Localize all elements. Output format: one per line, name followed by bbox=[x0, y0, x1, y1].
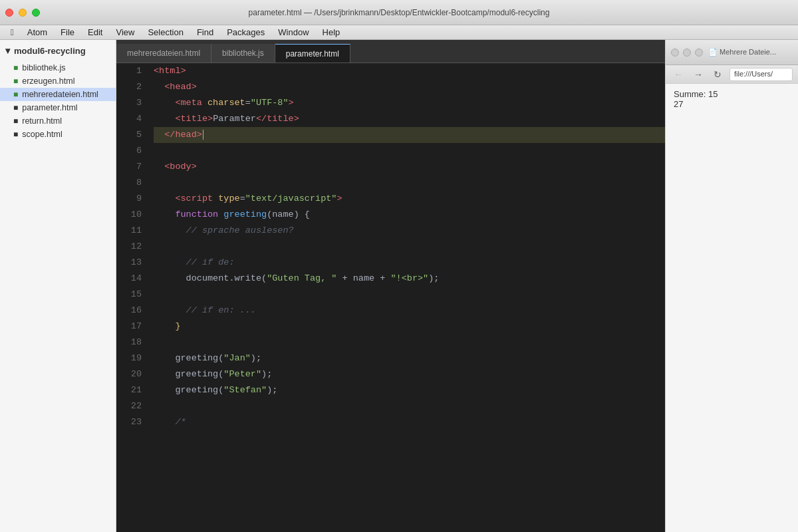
sidebar-file-label: mehreredateien.html bbox=[22, 90, 98, 99]
window-title: parameter.html — /Users/jbrinkmann/Deskt… bbox=[249, 8, 550, 17]
output-summe: Summe: 15 bbox=[674, 89, 790, 99]
right-panel: 📄 Mehrere Dateie... ← → ↻ file:///Users/… bbox=[665, 40, 798, 532]
file-icon-scope: ■ bbox=[13, 130, 18, 139]
menu-apple[interactable]:  bbox=[5, 26, 19, 39]
sidebar-item-parameter-html[interactable]: ■ parameter.html bbox=[0, 101, 116, 114]
code-line-19: greeting("Jan"); bbox=[154, 350, 665, 366]
code-line-15 bbox=[154, 287, 665, 303]
back-button[interactable]: ← bbox=[671, 69, 686, 80]
line-num-15: 15 bbox=[116, 287, 142, 303]
line-num-7: 7 bbox=[116, 159, 142, 175]
file-icon-return: ■ bbox=[13, 116, 18, 126]
right-panel-file-icon: 📄 Mehrere Dateie... bbox=[708, 48, 776, 57]
menu-atom[interactable]: Atom bbox=[22, 26, 53, 39]
right-minimize-btn[interactable] bbox=[683, 49, 691, 57]
tab-mehreredateien[interactable]: mehreredateien.html bbox=[116, 44, 211, 63]
file-icon-erzeugen: ■ bbox=[13, 76, 18, 86]
code-line-18 bbox=[154, 334, 665, 350]
line-num-6: 6 bbox=[116, 143, 142, 159]
file-icon-bibliothek: ■ bbox=[13, 63, 18, 72]
code-line-3: <meta charset="UTF-8"> bbox=[154, 95, 665, 111]
sidebar-folder-header: ▾ modul6-recycling bbox=[0, 43, 116, 59]
reload-button[interactable]: ↻ bbox=[711, 69, 724, 80]
sidebar-item-bibliothek-js[interactable]: ■ bibliothek.js bbox=[0, 61, 116, 74]
code-line-8 bbox=[154, 175, 665, 191]
right-close-btn[interactable] bbox=[671, 49, 679, 57]
menu-edit[interactable]: Edit bbox=[82, 26, 108, 39]
code-line-1: <html> bbox=[154, 63, 665, 79]
code-line-14: document.write("Guten Tag, " + name + "!… bbox=[154, 271, 665, 287]
forward-button[interactable]: → bbox=[691, 69, 706, 80]
sidebar-item-scope-html[interactable]: ■ scope.html bbox=[0, 128, 116, 141]
line-num-16: 16 bbox=[116, 303, 142, 319]
menu-find[interactable]: Find bbox=[192, 26, 219, 39]
sidebar-item-mehreredateien-html[interactable]: ■ mehreredateien.html bbox=[0, 88, 116, 101]
code-line-5: </head> bbox=[154, 127, 665, 143]
tab-parameter[interactable]: parameter.html bbox=[275, 44, 350, 63]
line-num-11: 11 bbox=[116, 223, 142, 239]
code-line-11: // sprache auslesen? bbox=[154, 223, 665, 239]
line-num-20: 20 bbox=[116, 366, 142, 382]
line-num-21: 21 bbox=[116, 382, 142, 398]
right-panel-nav: ← → ↻ file:///Users/ bbox=[666, 65, 798, 84]
file-icon-mehreredateien: ■ bbox=[13, 90, 18, 99]
line-num-5: 5 bbox=[116, 127, 142, 143]
code-line-7: <body> bbox=[154, 159, 665, 175]
menu-selection[interactable]: Selection bbox=[142, 26, 188, 39]
line-num-8: 8 bbox=[116, 175, 142, 191]
sidebar-item-return-html[interactable]: ■ return.html bbox=[0, 114, 116, 128]
folder-icon: ▾ bbox=[5, 45, 10, 56]
line-num-19: 19 bbox=[116, 350, 142, 366]
tab-bibliothek[interactable]: bibliothek.js bbox=[211, 44, 275, 63]
sidebar-file-label: return.html bbox=[22, 116, 62, 126]
maximize-button[interactable] bbox=[32, 9, 40, 17]
titlebar: parameter.html — /Users/jbrinkmann/Deskt… bbox=[0, 0, 798, 25]
code-line-2: <head> bbox=[154, 79, 665, 95]
sidebar-folder-name: modul6-recycling bbox=[14, 46, 86, 56]
line-num-9: 9 bbox=[116, 191, 142, 207]
minimize-button[interactable] bbox=[19, 9, 27, 17]
line-num-23: 23 bbox=[116, 414, 142, 430]
line-num-22: 22 bbox=[116, 398, 142, 414]
code-line-9: <script type="text/javascript"> bbox=[154, 191, 665, 207]
sidebar-item-erzeugen-html[interactable]: ■ erzeugen.html bbox=[0, 74, 116, 88]
line-num-3: 3 bbox=[116, 95, 142, 111]
code-editor[interactable]: 1 2 3 4 5 6 7 8 9 10 11 12 13 14 15 16 1… bbox=[116, 63, 665, 532]
file-icon-parameter: ■ bbox=[13, 103, 18, 112]
line-num-17: 17 bbox=[116, 319, 142, 334]
close-button[interactable] bbox=[5, 9, 13, 17]
sidebar-file-label: erzeugen.html bbox=[22, 76, 74, 86]
menu-file[interactable]: File bbox=[55, 26, 80, 39]
sidebar-file-label: bibliothek.js bbox=[22, 63, 65, 72]
code-content: <html> <head> <meta charset="UTF-8"> <ti… bbox=[148, 63, 665, 532]
sidebar-file-label: scope.html bbox=[22, 130, 62, 139]
menubar:  Atom File Edit View Selection Find Pac… bbox=[0, 25, 798, 40]
traffic-lights bbox=[5, 9, 40, 17]
right-traffic-lights bbox=[671, 49, 703, 57]
sidebar-file-label: parameter.html bbox=[22, 103, 77, 112]
tabs-bar: mehreredateien.html bibliothek.js parame… bbox=[116, 40, 665, 63]
address-bar[interactable]: file:///Users/ bbox=[730, 68, 793, 81]
code-line-23: /* bbox=[154, 414, 665, 430]
line-num-12: 12 bbox=[116, 239, 142, 255]
menu-packages[interactable]: Packages bbox=[221, 26, 270, 39]
code-line-20: greeting("Peter"); bbox=[154, 366, 665, 382]
line-numbers: 1 2 3 4 5 6 7 8 9 10 11 12 13 14 15 16 1… bbox=[116, 63, 148, 532]
code-line-17: } bbox=[154, 319, 665, 334]
code-line-22 bbox=[154, 398, 665, 414]
code-line-10: function greeting(name) { bbox=[154, 207, 665, 223]
menu-help[interactable]: Help bbox=[317, 26, 346, 39]
right-panel-content: Summe: 15 27 bbox=[666, 84, 798, 114]
code-line-13: // if de: bbox=[154, 255, 665, 271]
code-line-6 bbox=[154, 143, 665, 159]
right-panel-titlebar: 📄 Mehrere Dateie... bbox=[666, 40, 798, 65]
right-maximize-btn[interactable] bbox=[695, 49, 703, 57]
line-num-18: 18 bbox=[116, 334, 142, 350]
code-line-12 bbox=[154, 239, 665, 255]
line-num-13: 13 bbox=[116, 255, 142, 271]
line-num-4: 4 bbox=[116, 111, 142, 127]
menu-view[interactable]: View bbox=[110, 26, 140, 39]
line-num-1: 1 bbox=[116, 63, 142, 79]
menu-window[interactable]: Window bbox=[273, 26, 314, 39]
sidebar: ▾ modul6-recycling ■ bibliothek.js ■ erz… bbox=[0, 40, 116, 532]
